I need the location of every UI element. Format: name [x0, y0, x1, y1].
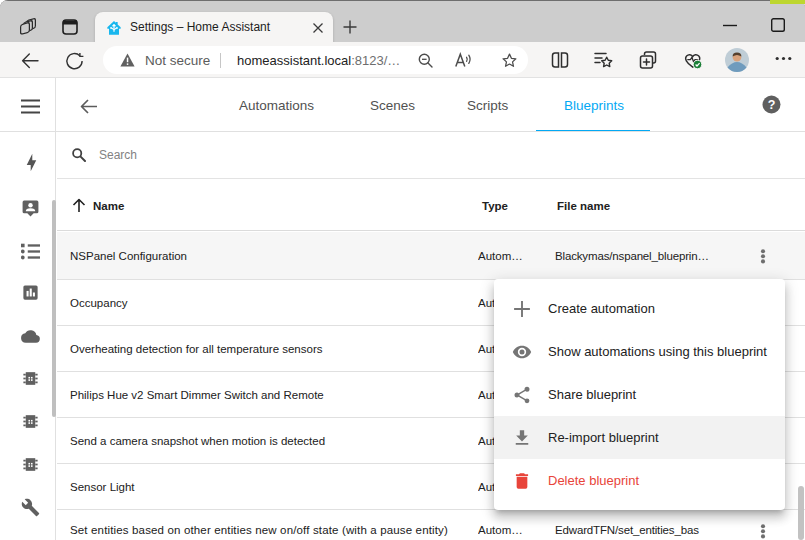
svg-text:?: ?: [768, 98, 776, 112]
